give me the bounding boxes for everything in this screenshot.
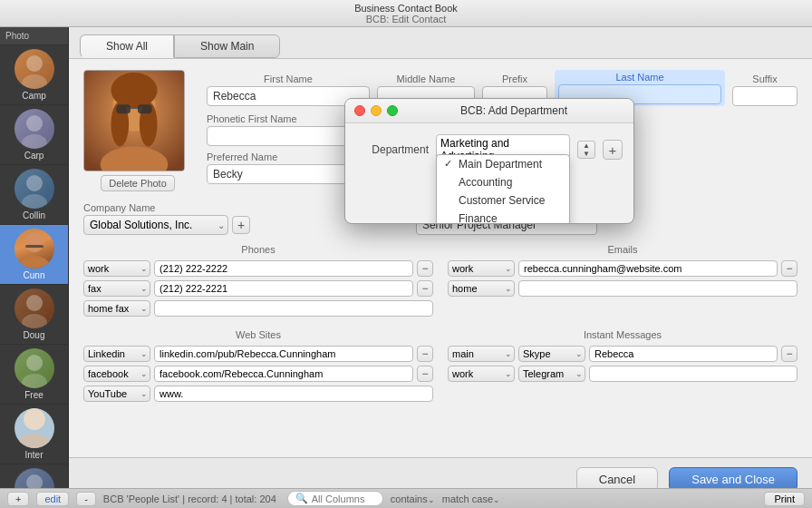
first-name-label: First Name: [207, 73, 370, 84]
search-box[interactable]: 🔍: [287, 491, 383, 506]
dept-option-customer-service[interactable]: Customer Service: [437, 191, 569, 210]
edit-button[interactable]: edit: [36, 492, 69, 506]
add-contact-button[interactable]: +: [7, 492, 29, 506]
contains-label: contains⌄: [391, 493, 435, 504]
middle-name-label: Middle Name: [377, 73, 475, 84]
phone-type-2-wrapper: faxworkhome: [83, 280, 150, 297]
dept-option-main[interactable]: Main Department: [437, 155, 569, 173]
im-remove-1-button[interactable]: −: [781, 346, 798, 362]
svg-rect-32: [116, 104, 130, 113]
svg-point-10: [22, 314, 47, 328]
search-icon: 🔍: [295, 493, 308, 504]
im-type-2-wrapper: TelegramSkype: [518, 366, 585, 382]
web-remove-1-button[interactable]: −: [417, 346, 433, 362]
delete-photo-button[interactable]: Delete Photo: [101, 175, 175, 191]
modal-close-button[interactable]: [354, 105, 365, 116]
svg-point-9: [26, 295, 43, 311]
sidebar-name-collin: Collin: [23, 210, 45, 220]
email-type-2-select[interactable]: homework: [448, 280, 515, 297]
sidebar-item-carp[interactable]: Carp: [0, 105, 68, 165]
email-value-2-input[interactable]: [518, 280, 798, 297]
last-name-label: Last Name: [558, 72, 721, 83]
svg-point-11: [26, 355, 43, 371]
im-subtype-1-wrapper: mainworkhome: [448, 346, 515, 362]
avatar-doug: [14, 288, 54, 328]
im-value-2-input[interactable]: [589, 366, 798, 382]
sidebar-item-collin[interactable]: Collin: [0, 165, 68, 225]
phone-type-1-select[interactable]: workhomemobilefax: [83, 260, 150, 277]
web-value-3-input[interactable]: [154, 386, 433, 402]
phone-remove-1-button[interactable]: −: [417, 260, 433, 277]
im-subtype-2-wrapper: workmainhome: [448, 366, 515, 382]
im-subtype-1-select[interactable]: mainworkhome: [448, 346, 515, 362]
web-value-1-input[interactable]: [154, 346, 413, 362]
modal-minimize-button[interactable]: [371, 105, 382, 116]
search-input[interactable]: [312, 493, 375, 504]
department-add-button[interactable]: +: [603, 140, 623, 160]
remove-contact-button[interactable]: -: [76, 492, 96, 506]
web-value-2-input[interactable]: [154, 366, 413, 382]
dept-option-accounting[interactable]: Accounting: [437, 173, 569, 191]
im-type-1-select[interactable]: SkypeTelegram: [518, 346, 585, 362]
phonetic-input[interactable]: [207, 126, 352, 146]
email-type-1-select[interactable]: workhome: [448, 260, 515, 277]
department-dropdown-list[interactable]: Main Department Accounting Customer Serv…: [436, 154, 570, 224]
avatar-inter: [14, 408, 54, 448]
tab-show-all[interactable]: Show All: [80, 34, 174, 58]
company-add-button[interactable]: +: [232, 216, 250, 234]
phone-value-2-input[interactable]: [154, 280, 413, 297]
sidebar-item-doug[interactable]: Doug: [0, 285, 68, 345]
web-type-1-select[interactable]: LinkedinfacebookYouTube: [83, 346, 150, 362]
web-remove-2-button[interactable]: −: [417, 366, 433, 382]
svg-point-1: [22, 74, 47, 89]
app-title: Business Contact Book: [0, 3, 812, 14]
print-button[interactable]: Print: [764, 492, 805, 506]
phones-emails-section: Phones workhomemobilefax −: [83, 244, 798, 320]
photo-box: Delete Photo: [83, 70, 192, 191]
dept-option-finance[interactable]: Finance: [437, 210, 569, 224]
web-type-3-select[interactable]: YouTubeLinkedinfacebook: [83, 386, 150, 402]
web-row-3: YouTubeLinkedinfacebook: [83, 386, 433, 402]
phone-value-3-input[interactable]: [154, 300, 433, 317]
sidebar-name-cunn: Cunn: [24, 270, 45, 280]
modal-zoom-button[interactable]: [387, 105, 398, 116]
phones-column: Phones workhomemobilefax −: [83, 244, 433, 320]
svg-point-13: [24, 408, 45, 430]
svg-point-14: [18, 434, 51, 448]
preferred-input[interactable]: [207, 164, 352, 184]
email-value-1-input[interactable]: [518, 260, 778, 277]
phone-row-3: home faxworkhome: [83, 300, 433, 317]
sidebar-name-doug: Doug: [24, 330, 45, 340]
sidebar-item-camp[interactable]: Camp: [0, 45, 68, 105]
suffix-input[interactable]: [732, 86, 798, 106]
im-row-2: workmainhome TelegramSkype: [448, 366, 798, 382]
im-type-1-wrapper: SkypeTelegram: [518, 346, 585, 362]
sidebar-name-inter: Inter: [24, 450, 43, 460]
web-type-2-select[interactable]: facebookLinkedinYouTube: [83, 366, 150, 382]
sidebar-item-free[interactable]: Free: [0, 345, 68, 405]
department-modal[interactable]: BCB: Add Department Department Marketing…: [344, 98, 634, 224]
company-select[interactable]: Global Solutions, Inc.: [83, 215, 228, 235]
phone-value-1-input[interactable]: [154, 260, 413, 277]
svg-rect-8: [25, 245, 44, 248]
sidebar-item-inter[interactable]: Inter: [0, 405, 68, 464]
department-dropdown-wrapper: Marketing and Advertising Main Departmen…: [436, 134, 570, 165]
im-type-2-select[interactable]: TelegramSkype: [518, 366, 585, 382]
web-row-1: LinkedinfacebookYouTube −: [83, 346, 433, 362]
tab-show-main[interactable]: Show Main: [174, 34, 280, 58]
im-value-1-input[interactable]: [589, 346, 778, 362]
email-remove-1-button[interactable]: −: [781, 260, 798, 277]
websites-header: Web Sites: [83, 329, 433, 340]
svg-point-6: [25, 232, 44, 252]
im-column: Instant Messages mainworkhome SkypeTeleg…: [448, 329, 798, 405]
phone-remove-2-button[interactable]: −: [417, 280, 433, 297]
tab-bar: Show All Show Main: [69, 27, 812, 59]
modal-title-bar: BCB: Add Department: [345, 99, 633, 123]
sidebar-item-cunn[interactable]: Cunn: [0, 225, 68, 285]
phone-type-3-wrapper: home faxworkhome: [83, 300, 150, 317]
department-spinner[interactable]: ▲▼: [577, 141, 595, 159]
im-subtype-2-select[interactable]: workmainhome: [448, 366, 515, 382]
phone-type-3-select[interactable]: home faxworkhome: [83, 300, 150, 317]
phone-type-2-select[interactable]: faxworkhome: [83, 280, 150, 297]
im-row-1: mainworkhome SkypeTelegram −: [448, 346, 798, 362]
